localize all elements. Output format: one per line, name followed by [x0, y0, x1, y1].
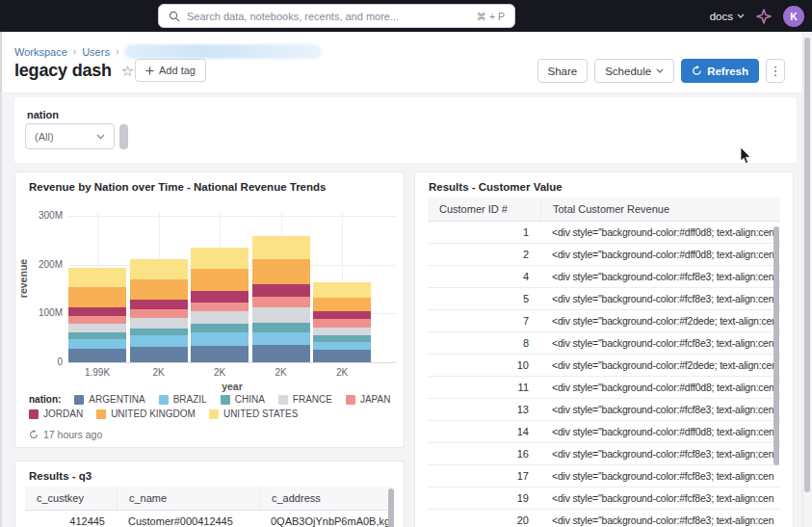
- customer-id-cell: 20: [428, 510, 540, 527]
- docs-menu[interactable]: docs: [710, 11, 745, 22]
- page-header: Workspace › Users › legacy dash ☆ Add ta…: [0, 32, 812, 93]
- bar-segment-france: [313, 328, 371, 336]
- bar-segment-china: [313, 335, 371, 342]
- legend-label: BRAZIL: [173, 394, 207, 405]
- breadcrumb-separator: ›: [116, 46, 118, 57]
- bar-segment-japan: [130, 309, 188, 318]
- table-row: 7<div style="background-color:#f2dede; t…: [428, 310, 780, 332]
- q3-cell: 412445: [25, 511, 117, 527]
- legend-swatch: [278, 395, 288, 405]
- breadcrumb-users[interactable]: Users: [82, 46, 110, 58]
- last-updated: 17 hours ago: [29, 429, 102, 440]
- table-row: 11<div style="background-color:#dff0d8; …: [428, 377, 780, 399]
- table-row: 4<div style="background-color:#fcf8e3; t…: [428, 266, 780, 288]
- y-tick-label: 200M: [18, 259, 63, 270]
- x-tick-label: 1.99K: [68, 367, 126, 378]
- q3-cell: Customer#000412445: [117, 511, 259, 527]
- customer-revenue-cell: <div style="background-color:#dff0d8; te…: [540, 421, 780, 442]
- docs-label: docs: [710, 11, 733, 22]
- chart-card: Revenue by Nation over Time - National R…: [14, 171, 405, 448]
- bar-segment-france: [191, 311, 249, 324]
- legend-item: JAPAN: [346, 394, 391, 405]
- global-search-input[interactable]: Search data, notebooks, recents, and mor…: [158, 4, 515, 28]
- page-scrollbar-thumb[interactable]: [804, 38, 810, 492]
- refresh-button[interactable]: Refresh: [681, 59, 759, 83]
- customer-id-cell: 7: [428, 310, 540, 331]
- table-scrollbar[interactable]: [388, 488, 394, 527]
- customer-revenue-cell: <div style="background-color:#fcf8e3; te…: [540, 288, 780, 309]
- more-options-button[interactable]: ⋮: [766, 59, 785, 83]
- customer-table-title: Results - Customer Value: [429, 181, 563, 193]
- breadcrumb-workspace[interactable]: Workspace: [14, 46, 67, 58]
- legend-item: JORDAN: [29, 408, 83, 419]
- user-avatar[interactable]: K: [783, 6, 804, 27]
- filter-card: nation (All): [14, 97, 797, 163]
- refresh-icon: [29, 430, 39, 439]
- top-bar: Search data, notebooks, recents, and mor…: [0, 0, 812, 32]
- bar-segment-argentina: [68, 349, 126, 362]
- nation-filter-select[interactable]: (All): [25, 123, 115, 149]
- table-header-row: Customer ID #Total Customer Revenue: [428, 198, 780, 222]
- bar-segment-china: [130, 329, 188, 336]
- bar-segment-jordan: [313, 311, 371, 320]
- bar-segment-argentina: [130, 347, 188, 362]
- table-header-row: c_custkeyc_namec_address: [25, 487, 393, 511]
- gridline: [68, 362, 396, 363]
- column-header: Total Customer Revenue: [540, 198, 780, 221]
- stacked-bar: [191, 248, 249, 362]
- table-row: 14<div style="background-color:#dff0d8; …: [428, 421, 780, 443]
- table-row: 19<div style="background-color:#fcf8e3; …: [428, 487, 780, 510]
- q3-table-title: Results - q3: [29, 470, 92, 482]
- schedule-button[interactable]: Schedule: [594, 59, 674, 83]
- customer-id-cell: 5: [428, 288, 540, 309]
- customer-id-cell: 4: [428, 266, 540, 287]
- bar-segment-united-states: [252, 236, 310, 258]
- bar-segment-argentina: [252, 345, 310, 362]
- bar-segment-argentina: [191, 346, 249, 362]
- bar-segment-brazil: [191, 332, 249, 347]
- plus-icon: [145, 66, 154, 75]
- stacked-bar: [313, 282, 371, 362]
- bar-segment-japan: [68, 316, 126, 324]
- customer-id-cell: 11: [428, 377, 540, 398]
- table-row: 20<div style="background-color:#fcf8e3; …: [428, 510, 780, 527]
- customer-value-card: Results - Customer Value Customer ID #To…: [414, 171, 794, 527]
- bar-segment-jordan: [68, 307, 126, 316]
- add-tag-label: Add tag: [159, 65, 196, 76]
- breadcrumb-redacted-item[interactable]: [124, 44, 322, 59]
- customer-id-cell: 14: [428, 421, 540, 442]
- legend-item: CHINA: [221, 394, 265, 405]
- legend-label: UNITED KINGDOM: [111, 408, 196, 419]
- table-scrollbar[interactable]: [773, 226, 779, 465]
- star-icon[interactable]: ☆: [121, 63, 134, 80]
- legend-label: JAPAN: [360, 394, 391, 405]
- legend-swatch: [346, 395, 355, 405]
- bar-segment-jordan: [130, 300, 188, 309]
- x-tick-label: 2K: [252, 367, 310, 378]
- sparkle-icon[interactable]: [756, 9, 772, 24]
- customer-revenue-cell: <div style="background-color:#dff0d8; te…: [540, 222, 780, 243]
- q3-cell: 0QAB3OjYnbP6mA0B,kgf: [259, 511, 393, 527]
- x-tick-label: 2K: [313, 367, 371, 378]
- legend-item: UNITED STATES: [209, 408, 298, 419]
- gridline: [68, 216, 396, 217]
- last-updated-text: 17 hours ago: [43, 429, 102, 440]
- legend-item: ARGENTINA: [74, 394, 144, 405]
- x-tick-label: 2K: [191, 367, 249, 378]
- search-shortcut: ⌘ + P: [477, 11, 505, 22]
- q3-table: c_custkeyc_namec_address412445Customer#0…: [25, 487, 393, 527]
- bar-segment-brazil: [313, 342, 371, 351]
- filter-drag-handle[interactable]: [119, 124, 128, 149]
- chevron-down-icon: [737, 13, 745, 18]
- customer-revenue-cell: <div style="background-color:#fcf8e3; te…: [540, 266, 780, 287]
- nation-filter-value: (All): [35, 131, 54, 143]
- bar-segment-france: [252, 307, 310, 323]
- bar-segment-argentina: [313, 350, 371, 362]
- legend-label: UNITED STATES: [223, 408, 298, 419]
- column-header: Customer ID #: [428, 198, 540, 221]
- bar-segment-brazil: [130, 335, 188, 347]
- search-placeholder: Search data, notebooks, recents, and mor…: [187, 11, 470, 22]
- add-tag-button[interactable]: Add tag: [135, 59, 206, 82]
- chevron-down-icon: [656, 68, 664, 73]
- share-button[interactable]: Share: [537, 59, 589, 83]
